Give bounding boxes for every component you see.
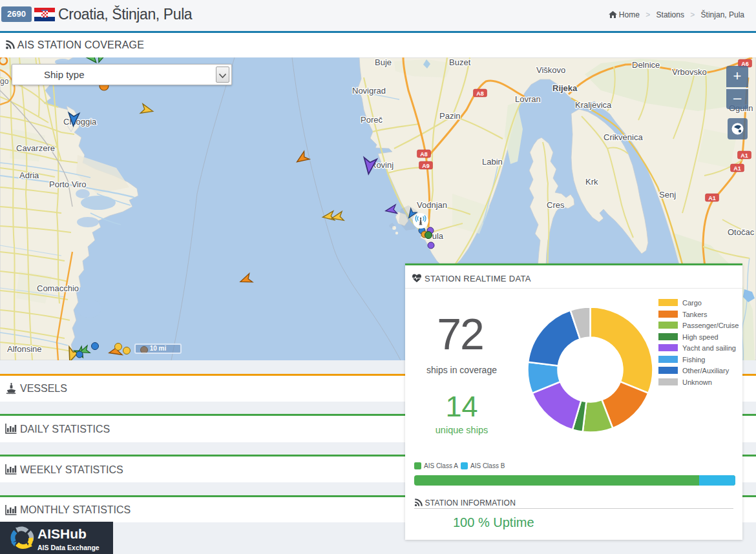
svg-text:Viškovo: Viškovo (536, 65, 565, 75)
svg-text:Porto Viro: Porto Viro (49, 180, 87, 189)
svg-text:Vodnjan: Vodnjan (417, 200, 447, 210)
svg-text:Pazin: Pazin (439, 111, 461, 121)
svg-text:A8: A8 (476, 90, 484, 97)
svg-text:Delnice: Delnice (632, 60, 660, 70)
svg-text:A8: A8 (420, 151, 428, 158)
svg-text:Chioggia: Chioggia (63, 117, 97, 127)
svg-text:Lovran: Lovran (515, 94, 541, 104)
svg-text:Comacchio: Comacchio (37, 283, 79, 293)
svg-text:Adria: Adria (19, 170, 39, 180)
svg-text:Vrbovsko: Vrbovsko (672, 67, 707, 77)
svg-text:Kraljevica: Kraljevica (575, 100, 612, 110)
svg-text:Senj: Senj (659, 190, 676, 200)
svg-text:Labin: Labin (482, 157, 503, 167)
svg-text:Buzet: Buzet (449, 57, 471, 67)
svg-text:Rijeka: Rijeka (552, 83, 578, 93)
svg-text:go: go (0, 77, 9, 86)
svg-text:Poreč: Poreč (361, 115, 383, 125)
svg-text:Alfonsine: Alfonsine (7, 344, 41, 354)
svg-text:A1: A1 (740, 152, 748, 159)
svg-text:Cavarzere: Cavarzere (16, 143, 55, 153)
svg-text:Krk: Krk (585, 177, 598, 187)
svg-text:Novigrad: Novigrad (352, 86, 386, 96)
svg-text:Otočac: Otočac (728, 227, 755, 237)
svg-text:Cres: Cres (547, 200, 565, 210)
svg-text:Buje: Buje (375, 57, 392, 67)
svg-text:A1: A1 (708, 195, 716, 201)
svg-text:Crikvenica: Crikvenica (604, 132, 643, 142)
svg-text:A1: A1 (733, 165, 741, 172)
svg-text:A9: A9 (422, 163, 430, 169)
